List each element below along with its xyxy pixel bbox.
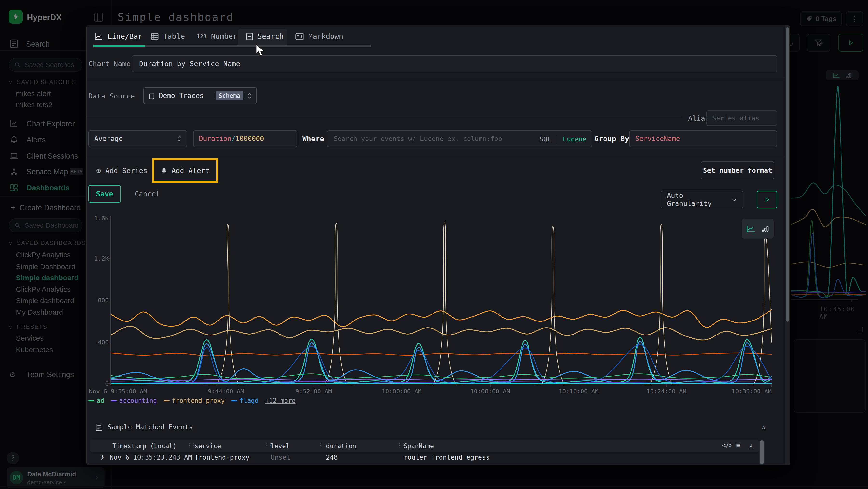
metric-operator: / <box>231 135 236 143</box>
line-chart-icon <box>94 33 103 40</box>
cell-spanname[interactable]: router frontend egress <box>404 465 490 465</box>
y-axis-tick-label: 0 <box>87 380 109 387</box>
legend-more-link[interactable]: +12 more <box>265 397 296 404</box>
legend-swatch <box>89 400 94 401</box>
tab-line-bar[interactable]: Line/Bar <box>94 32 143 40</box>
y-axis-tick-label: 1.2K <box>87 255 109 262</box>
alias-field[interactable] <box>712 114 772 122</box>
cell-duration[interactable]: 248 <box>326 465 338 465</box>
events-scrollbar-track[interactable] <box>759 439 765 465</box>
add-alert-button[interactable]: Add Alert <box>154 160 216 181</box>
granularity-select[interactable]: Auto Granularity <box>661 191 743 208</box>
column-header-level[interactable]: level <box>271 442 289 450</box>
markdown-icon <box>296 33 304 40</box>
legend-item[interactable]: frontend-proxy <box>164 397 225 404</box>
where-search-field[interactable] <box>333 135 544 143</box>
chart-name-field[interactable] <box>138 59 770 68</box>
sample-events-header[interactable]: Sample Matched Events <box>95 423 193 431</box>
save-button[interactable]: Save <box>89 185 121 202</box>
row-expand-chevron[interactable]: ❯ <box>100 464 104 465</box>
select-updown-icon <box>247 92 252 99</box>
modal-scrollbar-thumb[interactable] <box>785 27 789 322</box>
x-axis-tick-label: Nov 6 9:35:00 AM <box>89 388 147 395</box>
download-icon[interactable]: ↓ <box>749 441 753 450</box>
metric-expression-input[interactable]: Duration/1000000 <box>193 130 297 147</box>
cell-timestamp[interactable]: Nov 6 10:35:23.243 AM <box>110 454 192 461</box>
cell-service[interactable]: frontend-proxy <box>194 465 250 465</box>
divider <box>87 157 790 158</box>
divider <box>87 79 790 79</box>
chart-legend: ad accounting frontend-proxy flagd +12 m… <box>89 397 296 404</box>
aggregation-select[interactable]: Average <box>89 130 187 147</box>
data-source-value: Demo Traces <box>159 92 204 100</box>
tab-markdown[interactable]: Markdown <box>296 32 343 40</box>
where-search-input[interactable]: SQL | Lucene <box>327 130 592 147</box>
x-axis-tick-label: 10:24:00 AM <box>646 388 686 395</box>
cell-duration[interactable]: 248 <box>326 454 338 461</box>
query-language-toggle[interactable]: SQL | Lucene <box>539 131 586 147</box>
row-expand-chevron[interactable]: ❯ <box>100 453 104 461</box>
events-scrollbar-thumb[interactable] <box>760 440 764 464</box>
tab-number[interactable]: 123 Number <box>197 32 237 40</box>
duration-line-chart[interactable] <box>111 216 772 384</box>
table-icon <box>151 32 159 40</box>
x-axis-tick-label: 10:08:00 AM <box>470 388 510 395</box>
legend-item[interactable]: accounting <box>111 397 157 404</box>
select-updown-icon <box>177 136 181 142</box>
column-header-spanname[interactable]: SpanName <box>404 442 434 450</box>
cell-timestamp[interactable]: Nov 6 10:35:23.243 AM <box>110 465 192 465</box>
legend-swatch <box>111 400 117 401</box>
group-by-label: Group By <box>594 135 629 143</box>
chart-editor-modal: Line/Bar Table 123 Number Search Markdow… <box>86 25 790 465</box>
tabs-active-indicator <box>93 45 145 47</box>
tab-table[interactable]: Table <box>151 32 185 40</box>
legend-item[interactable]: ad <box>89 397 104 404</box>
set-number-format-button[interactable]: Set number format <box>701 162 774 179</box>
drag-handle-icon[interactable]: ⋮⋮ <box>187 442 195 448</box>
toggle-divider: | <box>555 136 559 143</box>
alias-input[interactable] <box>707 110 777 126</box>
collapse-chevron-icon[interactable]: ∧ <box>762 424 766 431</box>
lucene-toggle[interactable]: Lucene <box>563 136 586 143</box>
column-header-service[interactable]: service <box>194 442 221 450</box>
sql-toggle[interactable]: SQL <box>539 136 551 143</box>
code-view-icon[interactable]: </> <box>722 442 733 449</box>
plus-circle-icon: ⊕ <box>96 166 101 175</box>
y-axis-tick-label: 800 <box>87 297 109 304</box>
mouse-cursor <box>255 44 268 57</box>
divider <box>87 117 682 117</box>
line-chart-icon <box>746 225 756 233</box>
legend-item[interactable]: flagd <box>231 397 258 404</box>
schema-badge: Schema <box>216 91 243 100</box>
column-header-duration[interactable]: duration <box>326 442 356 450</box>
cell-level[interactable]: Unset <box>271 465 290 465</box>
add-series-button[interactable]: ⊕ Add Series <box>96 166 147 175</box>
granularity-value: Auto Granularity <box>667 192 731 207</box>
x-axis-tick-label: 9:44:00 AM <box>208 388 244 395</box>
data-source-label: Data Source <box>89 92 135 100</box>
play-icon <box>764 197 770 202</box>
events-list-icon <box>95 423 103 431</box>
cell-level[interactable]: Unset <box>271 454 290 461</box>
column-header-timestamp[interactable]: Timestamp (Local) <box>112 442 177 450</box>
chart-name-input[interactable] <box>132 55 777 72</box>
tab-search[interactable]: Search <box>246 32 283 40</box>
alias-label: Alias <box>688 114 709 122</box>
x-axis-tick-label: 10:35:00 AM <box>732 388 772 395</box>
cancel-button[interactable]: Cancel <box>133 185 162 202</box>
chart-type-toggle[interactable] <box>742 219 774 239</box>
run-chart-button[interactable] <box>756 191 777 208</box>
database-icon <box>148 92 155 99</box>
drag-handle-icon[interactable]: ⋮⋮ <box>318 442 327 448</box>
row-density-icon[interactable]: ≡ <box>736 441 740 450</box>
cell-spanname[interactable]: router frontend egress <box>404 454 490 461</box>
data-source-select[interactable]: Demo Traces Schema <box>144 87 257 104</box>
chevron-down-icon <box>731 197 737 202</box>
modal-scrollbar-track[interactable] <box>785 25 790 465</box>
group-by-input[interactable]: ServiceName <box>629 130 777 147</box>
metric-divisor: 1000000 <box>236 135 264 143</box>
chart-name-label: Chart Name <box>89 60 131 68</box>
cell-service[interactable]: frontend-proxy <box>194 454 250 461</box>
x-axis-tick-label: 9:52:00 AM <box>296 388 332 395</box>
x-axis-tick-label: 10:00:00 AM <box>382 388 422 395</box>
